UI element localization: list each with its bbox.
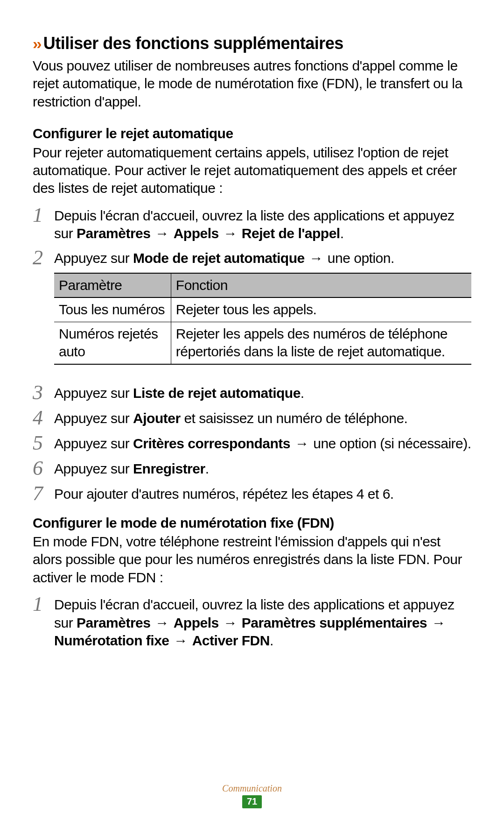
step-text: Appuyez sur Mode de rejet automatique → … xyxy=(54,247,471,365)
step-6: 6 Appuyez sur Enregistrer. xyxy=(33,457,471,479)
fdn-step-1: 1 Depuis l'écran d'accueil, ouvrez la li… xyxy=(33,593,471,650)
text: une option. xyxy=(328,250,394,266)
step-text: Depuis l'écran d'accueil, ouvrez la list… xyxy=(54,593,471,650)
step-text: Depuis l'écran d'accueil, ouvrez la list… xyxy=(54,204,471,243)
bold: Paramètres xyxy=(77,226,150,241)
bold: Enregistrer xyxy=(133,461,205,476)
step-2: 2 Appuyez sur Mode de rejet automatique … xyxy=(33,247,471,365)
step-number: 7 xyxy=(33,482,54,504)
table-header: Fonction xyxy=(171,273,471,297)
text: une option (si nécessaire). xyxy=(313,436,471,451)
table-cell: Numéros rejetés auto xyxy=(54,322,171,364)
step-number: 4 xyxy=(33,407,54,428)
bold: Appels xyxy=(174,615,219,630)
text: . xyxy=(340,226,344,241)
text: et saisissez un numéro de téléphone. xyxy=(181,410,408,426)
fdn-title: Configurer le mode de numérotation fixe … xyxy=(33,514,471,532)
step-3: 3 Appuyez sur Liste de rejet automatique… xyxy=(33,382,471,403)
arrow-icon: → xyxy=(290,436,313,451)
bold: Liste de rejet automatique xyxy=(133,385,301,401)
section-intro: Vous pouvez utiliser de nombreuses autre… xyxy=(33,57,471,111)
chevron-icon: ›› xyxy=(33,34,41,54)
manual-page: ›› Utiliser des fonctions supplémentaire… xyxy=(0,0,504,827)
text: . xyxy=(301,385,304,401)
arrow-icon: → xyxy=(427,615,446,630)
table-header: Paramètre xyxy=(54,273,171,297)
step-text: Appuyez sur Critères correspondants → un… xyxy=(54,432,471,453)
reject-options-table: Paramètre Fonction Tous les numéros Reje… xyxy=(54,273,471,365)
step-number: 1 xyxy=(33,204,54,243)
table-cell: Rejeter tous les appels. xyxy=(171,297,471,322)
bold: Mode de rejet automatique xyxy=(133,250,305,266)
table-row: Numéros rejetés auto Rejeter les appels … xyxy=(54,322,471,364)
arrow-icon: → xyxy=(150,226,173,241)
fdn-intro: En mode FDN, votre téléphone restreint l… xyxy=(33,533,471,587)
step-1: 1 Depuis l'écran d'accueil, ouvrez la li… xyxy=(33,204,471,243)
arrow-icon: → xyxy=(305,250,328,266)
table-cell: Tous les numéros xyxy=(54,297,171,322)
arrow-icon: → xyxy=(169,633,192,648)
step-number: 6 xyxy=(33,457,54,479)
text: Appuyez sur xyxy=(54,250,133,266)
table-cell: Rejeter les appels des numéros de téléph… xyxy=(171,322,471,364)
section-title: Utiliser des fonctions supplémentaires xyxy=(43,33,343,54)
step-text: Appuyez sur Ajouter et saisissez un numé… xyxy=(54,407,471,428)
bold: Numérotation fixe xyxy=(54,633,169,648)
bold: Paramètres supplémentaires xyxy=(242,615,427,630)
section-heading: ›› Utiliser des fonctions supplémentaire… xyxy=(33,33,471,54)
step-number: 5 xyxy=(33,432,54,453)
bold: Ajouter xyxy=(133,410,181,426)
footer-section: Communication xyxy=(0,783,504,795)
table-row: Tous les numéros Rejeter tous les appels… xyxy=(54,297,471,322)
bold: Activer FDN xyxy=(192,633,270,648)
text: Appuyez sur xyxy=(54,461,133,476)
step-7: 7 Pour ajouter d'autres numéros, répétez… xyxy=(33,482,471,504)
bold: Rejet de l'appel xyxy=(242,226,340,241)
text: Appuyez sur xyxy=(54,436,133,451)
text: Appuyez sur xyxy=(54,385,133,401)
arrow-icon: → xyxy=(219,615,242,630)
text: . xyxy=(270,633,273,648)
step-number: 3 xyxy=(33,382,54,403)
step-text: Appuyez sur Liste de rejet automatique. xyxy=(54,382,471,403)
step-text: Appuyez sur Enregistrer. xyxy=(54,457,471,479)
step-number: 2 xyxy=(33,247,54,365)
step-4: 4 Appuyez sur Ajouter et saisissez un nu… xyxy=(33,407,471,428)
page-number: 71 xyxy=(242,795,262,808)
bold: Critères correspondants xyxy=(133,436,290,451)
bold: Appels xyxy=(174,226,219,241)
text: Appuyez sur xyxy=(54,410,133,426)
auto-reject-intro: Pour rejeter automatiquement certains ap… xyxy=(33,144,471,198)
step-5: 5 Appuyez sur Critères correspondants → … xyxy=(33,432,471,453)
bold: Paramètres xyxy=(77,615,150,630)
page-footer: Communication 71 xyxy=(0,783,504,808)
text: . xyxy=(205,461,209,476)
auto-reject-title: Configurer le rejet automatique xyxy=(33,125,471,142)
arrow-icon: → xyxy=(150,615,173,630)
step-text: Pour ajouter d'autres numéros, répétez l… xyxy=(54,482,471,504)
arrow-icon: → xyxy=(219,226,242,241)
step-number: 1 xyxy=(33,593,54,650)
